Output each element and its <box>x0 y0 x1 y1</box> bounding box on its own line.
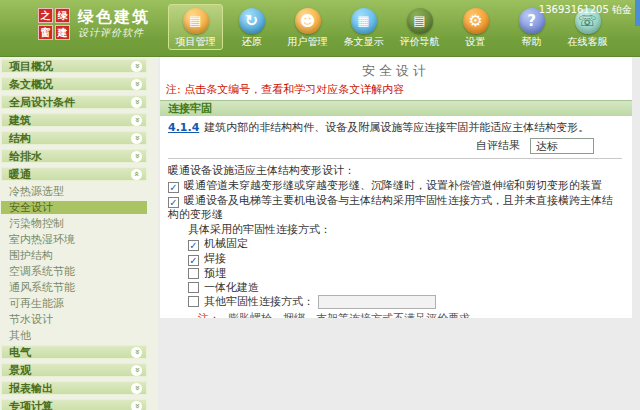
toolbar-button-label: 还原 <box>225 36 278 47</box>
method-row: 焊接 <box>188 252 622 266</box>
sidebar-item[interactable]: 景观 <box>1 363 147 377</box>
logo-tile: 建 <box>55 25 70 40</box>
sidebar-item-label: 通风系统节能 <box>9 281 75 294</box>
app-subtitle: 设计评价软件 <box>78 26 150 40</box>
sidebar-item[interactable]: 报表输出 <box>1 381 147 395</box>
sidebar-item-label: 冷热源选型 <box>9 185 64 198</box>
toolbar-button[interactable]: 用户管理 <box>280 4 335 50</box>
chevron-icon <box>131 347 142 358</box>
app-logo: 之 绿 窗 建 绿色建筑 设计评价软件 <box>38 8 150 40</box>
method-note: 注：膨胀螺栓、捆绑、支架等连接方式不满足评价要求 <box>198 312 622 318</box>
project-icon <box>183 8 209 34</box>
sidebar-item[interactable]: 围护结构 <box>1 249 147 262</box>
sidebar-item[interactable]: 室内热湿环境 <box>1 233 147 246</box>
toolbar-button-label: 设置 <box>449 36 502 47</box>
methods-group: 机械固定 焊接 预埋 一体化建造 其他牢固性连接方式： <box>188 237 622 309</box>
checkbox[interactable] <box>188 268 199 279</box>
sidebar-item-label: 空调系统节能 <box>9 265 75 278</box>
sidebar-item[interactable]: 结构 <box>1 131 147 145</box>
toolbar-button-label: 在线客服 <box>561 36 614 47</box>
chevron-icon <box>131 61 142 72</box>
sidebar-item[interactable]: 节水设计 <box>1 313 147 326</box>
chevron-icon <box>131 79 142 90</box>
main-content: 安全设计 注: 点击条文编号，查看和学习对应条文详解内容 连接牢固 4.1.4建… <box>158 57 640 410</box>
form-area: 4.1.4建筑内部的非结构构件、设备及附属设施等应连接牢固并能适应主体结构变形。… <box>160 116 632 318</box>
app-window: 之 绿 窗 建 绿色建筑 设计评价软件 项目管理 还原 用户管理 条文显示 <box>0 0 640 410</box>
checkbox[interactable] <box>188 296 199 307</box>
clause-number-link[interactable]: 4.1.4 <box>168 121 199 134</box>
toolbar-button[interactable]: 项目管理 <box>168 4 223 50</box>
sidebar-item[interactable]: 专项计算 <box>1 399 147 410</box>
toolbar-button[interactable]: 评价导航 <box>392 4 447 50</box>
sidebar-item-label: 全局设计条件 <box>9 96 75 109</box>
checkbox[interactable] <box>188 282 199 293</box>
toolbar-button[interactable]: 设置 <box>448 4 503 50</box>
content-panel: 安全设计 注: 点击条文编号，查看和学习对应条文详解内容 连接牢固 4.1.4建… <box>160 57 632 318</box>
sidebar-item[interactable]: 条文概况 <box>1 77 147 91</box>
sidebar-item[interactable]: 电气 <box>1 345 147 359</box>
logo-tile: 窗 <box>38 25 53 40</box>
clause-text: 建筑内部的非结构构件、设备及附属设施等应连接牢固并能适应主体结构变形。 <box>204 121 589 134</box>
checkbox-label: 暖通设备及电梯等主要机电设备与主体结构采用牢固性连接方式，且并未直接横跨主体结构… <box>168 194 613 221</box>
method-row: 机械固定 <box>188 237 622 251</box>
sidebar-item[interactable]: 暖通 <box>1 167 147 181</box>
logo-text: 绿色建筑 设计评价软件 <box>78 8 150 40</box>
sidebar-item-label: 室内热湿环境 <box>9 233 75 246</box>
sidebar-item-label: 结构 <box>9 132 31 145</box>
chevron-icon <box>131 151 142 162</box>
page-title: 安全设计 <box>160 62 632 80</box>
sidebar-item[interactable]: 其他 <box>1 329 147 342</box>
sidebar-item[interactable]: 可再生能源 <box>1 297 147 310</box>
chevron-icon <box>131 383 142 394</box>
sidebar-item-label: 可再生能源 <box>9 297 64 310</box>
toolbar-button[interactable]: 条文显示 <box>336 4 391 50</box>
checkbox[interactable] <box>168 197 179 208</box>
logo-tile: 绿 <box>55 8 70 23</box>
checkbox[interactable] <box>188 255 199 266</box>
method-row: 预埋 <box>188 267 622 280</box>
toolbar-button-label: 条文显示 <box>337 36 390 47</box>
toolbar-button-label: 项目管理 <box>169 36 222 47</box>
method-row: 一体化建造 <box>188 281 622 294</box>
chevron-icon <box>131 133 142 144</box>
toolbar-button[interactable]: 还原 <box>224 4 279 50</box>
sidebar: 项目概况 条文概况 全局设计条件 建筑 结构 给排水 暖通 冷热源选型 安全设计 <box>0 57 158 410</box>
toolbar-button-label: 帮助 <box>505 36 558 47</box>
self-eval-label: 自评结果 <box>476 139 520 152</box>
app-header: 之 绿 窗 建 绿色建筑 设计评价软件 项目管理 还原 用户管理 条文显示 <box>0 0 640 57</box>
sidebar-item[interactable]: 空调系统节能 <box>1 265 147 278</box>
checkbox-row: 暖通管道未穿越变形缝或穿越变形缝、沉降缝时，设置补偿管道伸缩和剪切变形的装置 <box>168 179 622 193</box>
checkbox-label: 焊接 <box>204 252 226 265</box>
chevron-icon <box>131 365 142 376</box>
checkbox-group: 暖通管道未穿越变形缝或穿越变形缝、沉降缝时，设置补偿管道伸缩和剪切变形的装置 暖… <box>168 179 622 221</box>
sidebar-item[interactable]: 全局设计条件 <box>1 95 147 109</box>
sidebar-item[interactable]: 冷热源选型 <box>1 185 147 198</box>
note-text: 膨胀螺栓、捆绑、支架等连接方式不满足评价要求 <box>228 312 470 318</box>
other-method-input[interactable] <box>318 295 436 309</box>
chevron-icon <box>131 115 142 126</box>
checkbox-row: 暖通设备及电梯等主要机电设备与主体结构采用牢固性连接方式，且并未直接横跨主体结构… <box>168 194 622 221</box>
sidebar-item[interactable]: 安全设计 <box>1 201 147 214</box>
sidebar-item-label: 景观 <box>9 364 31 377</box>
sidebar-item-label: 围护结构 <box>9 249 53 262</box>
checkbox-label: 一体化建造 <box>204 281 259 294</box>
gear-icon <box>463 8 489 34</box>
method-row: 其他牢固性连接方式： <box>188 295 622 309</box>
sidebar-item[interactable]: 污染物控制 <box>1 217 147 230</box>
checkbox[interactable] <box>168 182 179 193</box>
sidebar-item[interactable]: 通风系统节能 <box>1 281 147 294</box>
user-icon <box>295 8 321 34</box>
restore-icon <box>239 8 265 34</box>
sidebar-item[interactable]: 给排水 <box>1 149 147 163</box>
sidebar-item-label: 暖通 <box>9 168 31 181</box>
divider <box>168 158 622 159</box>
sidebar-item[interactable]: 项目概况 <box>1 59 147 73</box>
self-eval-select[interactable]: 达标 <box>530 138 594 154</box>
toolbar-button-label: 评价导航 <box>393 36 446 47</box>
form-group-title: 暖通设备设施适应主体结构变形设计： <box>168 164 622 177</box>
checkbox[interactable] <box>188 240 199 251</box>
sidebar-item-label: 污染物控制 <box>9 217 64 230</box>
sidebar-item[interactable]: 建筑 <box>1 113 147 127</box>
clause-row: 4.1.4建筑内部的非结构构件、设备及附属设施等应连接牢固并能适应主体结构变形。 <box>168 121 622 135</box>
chevron-icon <box>131 169 142 180</box>
